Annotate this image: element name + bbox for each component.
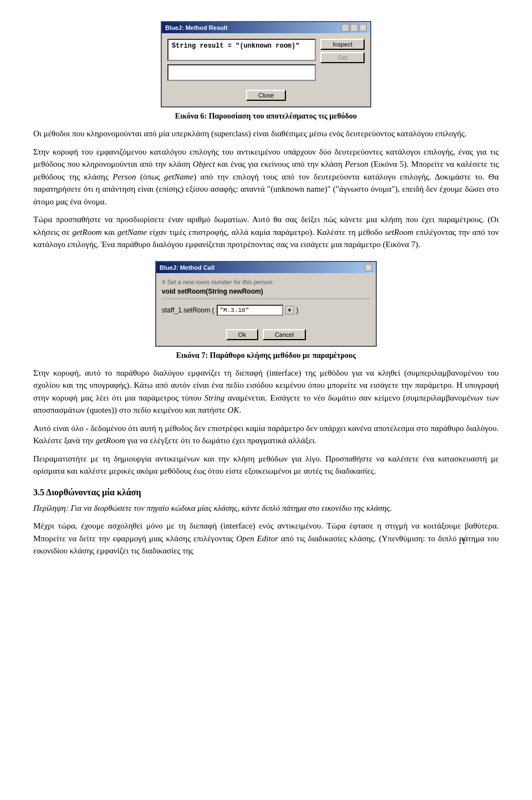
dialog-call-footer: Ok Cancel [156, 327, 376, 346]
param-row: staff_1.setRoom ( "M.3.18" ▼ ) [162, 305, 370, 316]
dialog-right-panel: Inspect Get [320, 39, 365, 81]
method-comment: # Set a new room number for this person. [162, 279, 370, 285]
dialog-call-title-bar: BlueJ: Method Call × [156, 262, 376, 273]
paragraph-1: Οι μέθοδοι που κληρονομούνται από μία υπ… [33, 127, 499, 140]
dialog-footer: Close [162, 86, 370, 106]
maximize-button[interactable]: □ [350, 24, 358, 32]
paragraph-7-summary: Περίληψη: Για να διορθώσετε τον πηγαίο κ… [33, 502, 499, 515]
close-button[interactable]: Close [246, 90, 286, 101]
figure-7-caption: Εικόνα 7: Παράθυρο κλήσης μεθόδου με παρ… [176, 351, 356, 360]
result-textbox: String result = "(unknown room)" [167, 39, 316, 61]
paragraph-5: Αυτό είναι όλο - δεδομένου ότι αυτή η μέ… [33, 422, 499, 447]
get-button[interactable]: Get [320, 52, 365, 63]
dialog-title-bar: BlueJ: Method Result _ □ × [162, 22, 370, 33]
page-number: 11 [458, 537, 466, 546]
ok-button[interactable]: Ok [226, 329, 258, 340]
dialog-call-body: # Set a new room number for this person.… [156, 273, 376, 327]
method-call-dialog: BlueJ: Method Call × # Set a new room nu… [155, 261, 377, 347]
section-35-heading: 3.5 Διορθώνοντας μία κλάση [33, 488, 499, 498]
dialog-body: String result = "(unknown room)" Inspect… [162, 33, 370, 86]
param-close: ) [296, 306, 299, 314]
dialog-left-panel: String result = "(unknown room)" [167, 39, 316, 81]
minimize-button[interactable]: _ [341, 24, 349, 32]
paragraph-6: Πειραματιστήτε με τη δημιουργία αντικειμ… [33, 453, 499, 478]
paragraph-3: Τώρα προσπαθήστε να προσδιορίσετε έναν α… [33, 213, 499, 251]
figure-6-caption: Εικόνα 6: Παρουσίαση του αποτελέσματος τ… [175, 112, 357, 121]
paragraph-2: Στην κορυφή του εμφανιζόμενου καταλόγου … [33, 146, 499, 208]
param-label: staff_1.setRoom ( [162, 306, 214, 314]
param-dropdown-arrow[interactable]: ▼ [285, 306, 294, 315]
call-close-title-button[interactable]: × [365, 264, 372, 271]
paragraph-8: Μέχρι τώρα, έχουμε ασχοληθεί μόνο με τη … [33, 520, 499, 557]
title-bar-controls: _ □ × [341, 24, 367, 32]
param-input[interactable]: "M.3.18" [217, 305, 283, 316]
figure-6: BlueJ: Method Result _ □ × String result… [33, 21, 499, 121]
inspect-button[interactable]: Inspect [320, 39, 365, 50]
method-signature: void setRoom(String newRoom) [162, 288, 370, 299]
call-title-bar-controls: × [365, 264, 372, 271]
figure-7: BlueJ: Method Call × # Set a new room nu… [33, 261, 499, 360]
dialog-title: BlueJ: Method Result [165, 24, 227, 31]
cancel-button[interactable]: Cancel [263, 329, 306, 340]
empty-result-box [167, 64, 316, 81]
close-title-button[interactable]: × [359, 24, 367, 32]
method-result-dialog: BlueJ: Method Result _ □ × String result… [161, 21, 371, 107]
paragraph-4: Στην κορυφή, αυτό το παράθυρο διαλόγου ε… [33, 367, 499, 417]
dialog-call-title: BlueJ: Method Call [160, 264, 214, 271]
